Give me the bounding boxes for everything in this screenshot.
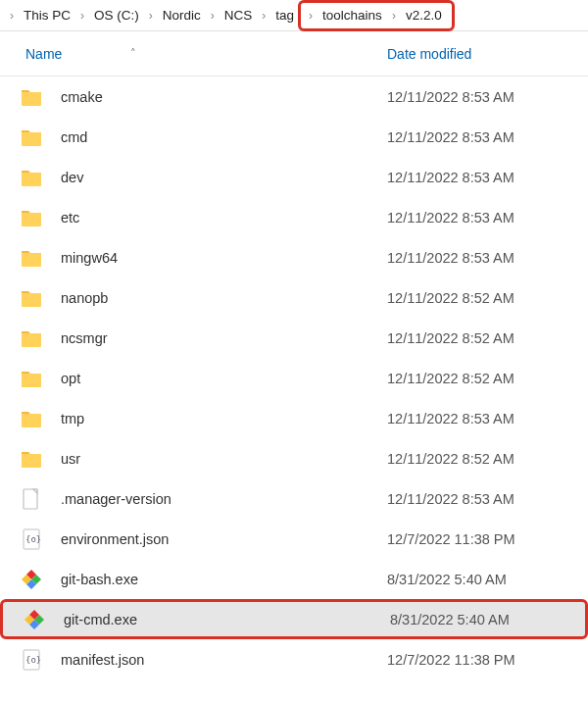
file-date-cell: 8/31/2022 5:40 AM [380, 612, 585, 627]
json-icon [20, 527, 43, 551]
folder-icon [20, 246, 43, 270]
chevron-right-icon[interactable]: › [6, 9, 18, 23]
folder-icon [20, 286, 43, 310]
file-row[interactable]: etc12/11/2022 8:53 AM [0, 197, 588, 237]
folder-icon [20, 447, 43, 471]
file-date-cell: 12/11/2022 8:53 AM [377, 491, 588, 507]
file-name-cell[interactable]: dev [0, 166, 377, 189]
file-name-cell[interactable]: etc [0, 206, 377, 229]
chevron-right-icon[interactable]: › [388, 9, 400, 23]
crumb-os-c[interactable]: OS (C:) [88, 0, 145, 30]
file-name-cell[interactable]: opt [0, 367, 377, 390]
file-name-cell[interactable]: git-bash.exe [0, 568, 377, 591]
crumb-v220[interactable]: v2.2.0 [400, 3, 448, 28]
page-icon [20, 487, 43, 511]
column-header-name[interactable]: Name ˄ [0, 46, 377, 62]
file-name-label: ncsmgr [61, 330, 108, 346]
crumb-nordic[interactable]: Nordic [157, 0, 207, 30]
file-name-label: etc [61, 210, 79, 226]
file-name-cell[interactable]: usr [0, 447, 377, 471]
file-name-label: git-cmd.exe [64, 612, 137, 627]
file-list: cmake12/11/2022 8:53 AMcmd12/11/2022 8:5… [0, 76, 588, 679]
file-date-cell: 12/11/2022 8:53 AM [377, 89, 588, 105]
file-name-label: nanopb [61, 290, 108, 306]
git-icon [20, 568, 43, 591]
file-name-label: dev [61, 170, 83, 185]
file-name-cell[interactable]: git-cmd.exe [3, 608, 380, 631]
file-name-cell[interactable]: tmp [0, 407, 377, 430]
file-row[interactable]: ncsmgr12/11/2022 8:52 AM [0, 318, 588, 358]
git-icon [23, 608, 46, 631]
file-row[interactable]: nanopb12/11/2022 8:52 AM [0, 277, 588, 318]
chevron-right-icon[interactable]: › [207, 9, 219, 23]
folder-icon [20, 367, 43, 390]
file-name-label: environment.json [61, 531, 169, 547]
folder-icon [20, 85, 43, 109]
file-date-cell: 8/31/2022 5:40 AM [377, 572, 588, 587]
file-name-label: git-bash.exe [61, 572, 138, 587]
file-name-cell[interactable]: environment.json [0, 527, 377, 551]
file-date-cell: 12/11/2022 8:53 AM [377, 210, 588, 226]
chevron-right-icon[interactable]: › [145, 9, 157, 23]
file-date-cell: 12/11/2022 8:53 AM [377, 170, 588, 185]
file-row[interactable]: mingw6412/11/2022 8:53 AM [0, 237, 588, 277]
file-row[interactable]: tmp12/11/2022 8:53 AM [0, 398, 588, 438]
file-row[interactable]: manifest.json12/7/2022 11:38 PM [0, 639, 588, 679]
file-name-cell[interactable]: cmake [0, 85, 377, 109]
file-row[interactable]: .manager-version12/11/2022 8:53 AM [0, 478, 588, 519]
file-date-cell: 12/11/2022 8:52 AM [377, 290, 588, 306]
folder-icon [20, 125, 43, 149]
file-row[interactable]: cmake12/11/2022 8:53 AM [0, 76, 588, 117]
json-icon [20, 648, 43, 672]
file-row[interactable]: cmd12/11/2022 8:53 AM [0, 117, 588, 157]
file-name-cell[interactable]: nanopb [0, 286, 377, 310]
file-date-cell: 12/11/2022 8:52 AM [377, 371, 588, 386]
file-date-cell: 12/7/2022 11:38 PM [377, 652, 588, 668]
file-date-cell: 12/11/2022 8:52 AM [377, 451, 588, 467]
crumb-ncs[interactable]: NCS [219, 0, 259, 30]
column-header-date[interactable]: Date modified [377, 46, 588, 62]
file-name-label: opt [61, 371, 80, 386]
file-date-cell: 12/11/2022 8:53 AM [377, 250, 588, 266]
breadcrumb-highlight: › toolchains › v2.2.0 [298, 0, 455, 31]
file-name-cell[interactable]: mingw64 [0, 246, 377, 270]
file-name-cell[interactable]: manifest.json [0, 648, 377, 672]
file-date-cell: 12/11/2022 8:53 AM [377, 129, 588, 145]
file-row[interactable]: dev12/11/2022 8:53 AM [0, 157, 588, 197]
chevron-right-icon[interactable]: › [258, 9, 270, 23]
file-row[interactable]: git-bash.exe8/31/2022 5:40 AM [0, 559, 588, 599]
chevron-right-icon[interactable]: › [76, 9, 88, 23]
file-name-label: .manager-version [61, 491, 172, 507]
breadcrumb[interactable]: › This PC › OS (C:) › Nordic › NCS › tag… [0, 0, 588, 31]
file-row[interactable]: usr12/11/2022 8:52 AM [0, 438, 588, 478]
crumb-this-pc[interactable]: This PC [18, 0, 76, 30]
file-date-cell: 12/11/2022 8:53 AM [377, 411, 588, 426]
chevron-right-icon[interactable]: › [305, 9, 317, 23]
file-name-label: usr [61, 451, 80, 467]
file-name-cell[interactable]: ncsmgr [0, 326, 377, 350]
file-row[interactable]: opt12/11/2022 8:52 AM [0, 358, 588, 398]
file-name-cell[interactable]: cmd [0, 125, 377, 149]
crumb-tag[interactable]: tag [270, 0, 300, 30]
file-name-label: mingw64 [61, 250, 118, 266]
file-name-label: cmake [61, 89, 103, 105]
file-date-cell: 12/11/2022 8:52 AM [377, 330, 588, 346]
file-date-cell: 12/7/2022 11:38 PM [377, 531, 588, 547]
file-name-label: cmd [61, 129, 87, 145]
folder-icon [20, 326, 43, 350]
file-name-label: tmp [61, 411, 84, 426]
column-header-row: Name ˄ Date modified [0, 31, 588, 76]
file-name-cell[interactable]: .manager-version [0, 487, 377, 511]
folder-icon [20, 206, 43, 229]
folder-icon [20, 407, 43, 430]
file-row[interactable]: environment.json12/7/2022 11:38 PM [0, 519, 588, 559]
crumb-toolchains[interactable]: toolchains [317, 3, 388, 28]
folder-icon [20, 166, 43, 189]
sort-asc-icon: ˄ [130, 47, 136, 60]
file-row[interactable]: git-cmd.exe8/31/2022 5:40 AM [0, 599, 588, 639]
file-name-label: manifest.json [61, 652, 144, 668]
